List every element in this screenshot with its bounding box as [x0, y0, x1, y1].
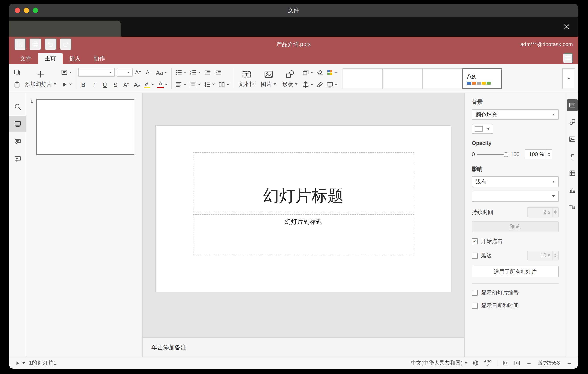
change-case-button[interactable]: Aa — [155, 67, 168, 78]
chart-settings-tab[interactable] — [566, 184, 578, 196]
font-color-button[interactable]: A — [156, 79, 169, 90]
insert-textbox-button[interactable]: 文本框 — [235, 66, 258, 91]
line-spacing-button[interactable] — [202, 79, 216, 90]
decrease-font-button[interactable]: A⁻ — [144, 67, 154, 78]
start-on-click-checkbox[interactable]: ✓ — [472, 238, 478, 244]
theme-gallery-expand-button[interactable] — [562, 68, 576, 89]
table-settings-tab[interactable] — [566, 167, 578, 179]
horizontal-align-button[interactable] — [174, 79, 188, 90]
highlight-color-button[interactable] — [143, 79, 156, 90]
bold-button[interactable]: B — [78, 79, 88, 90]
duration-spinner[interactable]: 2 s — [527, 207, 558, 217]
chevron-down-icon — [184, 84, 186, 86]
chat-panel-button[interactable] — [9, 151, 26, 167]
copy-button[interactable] — [12, 67, 22, 78]
language-select[interactable]: 中文(中华人民共和国) — [411, 359, 468, 367]
bullets-button[interactable] — [174, 67, 188, 78]
vertical-align-button[interactable] — [188, 79, 202, 90]
theme-option-3[interactable] — [422, 68, 462, 89]
align-shape-button[interactable] — [301, 79, 315, 90]
insert-image-button[interactable]: 图片 — [258, 66, 279, 91]
zoom-window-button[interactable] — [33, 8, 38, 13]
slide-settings-tab[interactable] — [566, 99, 578, 111]
italic-button[interactable]: I — [89, 79, 99, 90]
slide-size-button[interactable] — [325, 79, 339, 90]
slide-title-placeholder[interactable]: 幻灯片标题 — [193, 152, 414, 212]
font-name-combo[interactable] — [78, 68, 115, 77]
tab-file[interactable]: 文件 — [13, 53, 38, 65]
delay-checkbox[interactable] — [472, 253, 478, 258]
slide-subtitle-placeholder[interactable]: 幻灯片副标题 — [193, 215, 414, 255]
start-slideshow-button[interactable] — [59, 79, 73, 90]
image-settings-tab[interactable] — [566, 133, 578, 145]
theme-option-selected[interactable]: Aa — [462, 68, 502, 89]
change-layout-button[interactable] — [59, 67, 73, 78]
save-button[interactable] — [14, 38, 26, 50]
insert-shape-button[interactable]: 形状 — [279, 66, 301, 91]
slides-panel-button[interactable] — [9, 116, 26, 132]
notes-area[interactable]: 单击添加备注 — [143, 337, 464, 357]
effect-type-select[interactable] — [472, 191, 558, 202]
apply-to-all-slides-button[interactable]: 适用于所有幻灯片 — [472, 266, 558, 277]
menu-button[interactable] — [563, 53, 573, 63]
minimize-window-button[interactable] — [24, 8, 29, 13]
opacity-spinner[interactable]: 100 % — [524, 149, 552, 159]
spinner-up-arrow[interactable] — [554, 210, 557, 212]
spinner-down-arrow[interactable] — [554, 213, 557, 214]
font-size-combo[interactable] — [117, 68, 133, 77]
print-button[interactable] — [30, 38, 41, 50]
increase-indent-button[interactable] — [213, 67, 223, 78]
subscript-button[interactable]: A₂ — [132, 79, 142, 90]
show-slide-number-checkbox[interactable] — [472, 290, 478, 296]
clear-style-button[interactable] — [315, 67, 325, 78]
theme-option-1[interactable] — [343, 68, 383, 89]
opacity-slider[interactable] — [477, 152, 508, 157]
start-slideshow-status-button[interactable] — [14, 360, 25, 366]
textart-settings-tab[interactable]: Ta — [566, 201, 578, 213]
close-button[interactable] — [561, 22, 572, 32]
decrease-indent-button[interactable] — [202, 67, 213, 78]
comments-panel-button[interactable] — [9, 133, 26, 149]
increase-font-button[interactable]: A⁺ — [133, 67, 143, 78]
delay-spinner[interactable]: 10 s — [527, 251, 558, 260]
spinner-up-arrow[interactable] — [547, 153, 550, 154]
paste-button[interactable] — [12, 79, 22, 90]
background-color-select[interactable] — [472, 124, 493, 134]
background-fill-select[interactable]: 颜色填充 — [472, 109, 558, 120]
columns-button[interactable] — [217, 79, 231, 90]
numbering-button[interactable] — [188, 67, 202, 78]
redo-button[interactable] — [60, 38, 72, 50]
tab-collaboration[interactable]: 协作 — [87, 53, 112, 65]
theme-option-2[interactable] — [382, 68, 423, 89]
zoom-in-button[interactable]: + — [566, 360, 573, 367]
tab-insert[interactable]: 插入 — [63, 53, 87, 65]
spinner-up-arrow[interactable] — [554, 254, 557, 255]
spinner-down-arrow[interactable] — [554, 256, 557, 257]
close-window-button[interactable] — [15, 8, 20, 13]
color-scheme-button[interactable] — [325, 67, 339, 78]
underline-button[interactable]: U — [100, 79, 110, 90]
zoom-out-button[interactable]: − — [525, 360, 533, 367]
spinner-down-arrow[interactable] — [547, 155, 550, 156]
copy-style-button[interactable] — [315, 79, 325, 90]
spellcheck-button[interactable]: ABC ✓ — [484, 360, 492, 367]
slide-thumbnail[interactable] — [36, 99, 135, 155]
arrange-shape-button[interactable] — [301, 67, 315, 78]
show-date-time-checkbox[interactable] — [472, 303, 478, 309]
add-slide-button[interactable]: 添加幻灯片 — [22, 66, 59, 91]
fit-width-button[interactable] — [514, 360, 521, 366]
preview-button[interactable]: 预览 — [472, 221, 558, 232]
fit-slide-button[interactable] — [502, 360, 509, 366]
search-panel-button[interactable] — [9, 99, 26, 115]
strikeout-button[interactable]: S — [110, 79, 121, 90]
paragraph-settings-tab[interactable]: ¶ — [566, 150, 578, 162]
superscript-button[interactable]: A² — [121, 79, 131, 90]
slide[interactable]: 幻灯片标题 幻灯片副标题 — [156, 126, 451, 292]
slider-thumb[interactable] — [503, 152, 508, 157]
tab-home[interactable]: 主页 — [38, 53, 63, 65]
effect-select[interactable]: 没有 — [472, 176, 558, 187]
shape-settings-tab[interactable] — [566, 116, 578, 128]
document-language-button[interactable] — [472, 360, 479, 366]
spellcheck-abc-label: ABC — [484, 360, 492, 363]
undo-button[interactable] — [45, 38, 56, 50]
